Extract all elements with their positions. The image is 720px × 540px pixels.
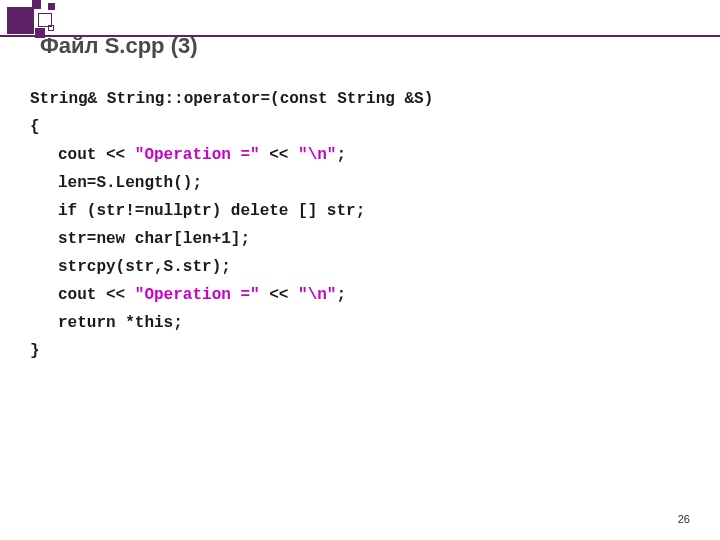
string-literal: "Operation =": [135, 146, 260, 164]
code-line: len=S.Length();: [30, 169, 433, 197]
deco-square-outline-icon: [48, 25, 54, 31]
deco-square-icon: [48, 3, 55, 10]
deco-square-icon: [32, 0, 41, 9]
code-block: String& String::operator=(const String &…: [30, 85, 433, 365]
code-line: str=new char[len+1];: [30, 225, 433, 253]
code-text: cout <<: [58, 146, 135, 164]
code-text: <<: [260, 286, 298, 304]
code-text: <<: [260, 146, 298, 164]
code-text: cout <<: [58, 286, 135, 304]
code-line: cout << "Operation =" << "\n";: [30, 281, 433, 309]
code-line: }: [30, 337, 433, 365]
code-line: {: [30, 113, 433, 141]
string-literal: "Operation =": [135, 286, 260, 304]
slide-title: Файл S.cpp (3): [40, 33, 198, 59]
code-line: if (str!=nullptr) delete [] str;: [30, 197, 433, 225]
code-line: strcpy(str,S.str);: [30, 253, 433, 281]
string-literal: "\n": [298, 286, 336, 304]
code-line: return *this;: [30, 309, 433, 337]
code-line: String& String::operator=(const String &…: [30, 85, 433, 113]
string-literal: "\n": [298, 146, 336, 164]
code-text: ;: [336, 146, 346, 164]
code-text: ;: [336, 286, 346, 304]
code-line: cout << "Operation =" << "\n";: [30, 141, 433, 169]
deco-square-icon: [7, 7, 34, 34]
page-number: 26: [678, 513, 690, 525]
